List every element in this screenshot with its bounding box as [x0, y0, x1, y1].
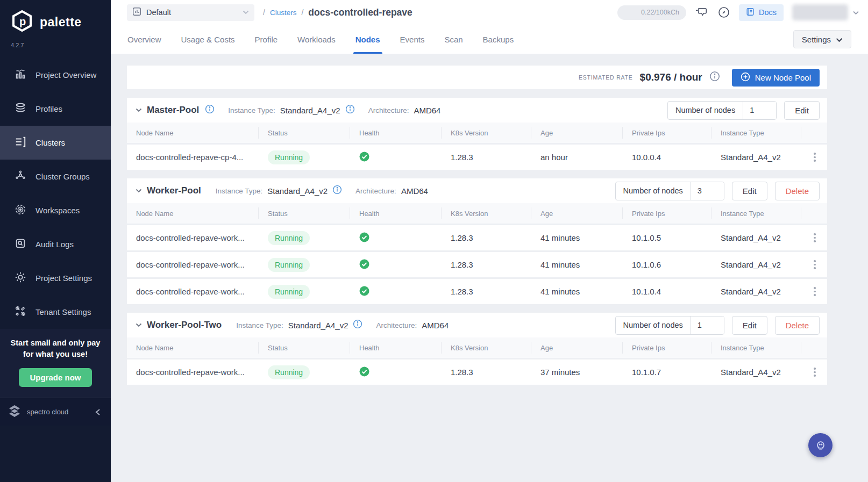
- book-icon: [746, 8, 755, 18]
- pool-name: Master-Pool: [147, 105, 199, 116]
- edit-pool-button[interactable]: Edit: [732, 316, 767, 335]
- breadcrumb-clusters-link[interactable]: Clusters: [270, 9, 297, 17]
- usage-quota-badge: 0.22/100kCh: [617, 5, 686, 20]
- upgrade-now-button[interactable]: Upgrade now: [19, 368, 91, 387]
- info-icon[interactable]: [205, 104, 215, 116]
- info-icon[interactable]: [345, 104, 355, 116]
- private-ip: 10.1.0.4: [623, 287, 712, 296]
- promo-text: Start small and only pay for what you us…: [8, 337, 103, 360]
- gear-icon: [15, 271, 26, 285]
- sidebar-item-project-settings[interactable]: Project Settings: [0, 261, 111, 295]
- tab-workloads[interactable]: Workloads: [297, 25, 336, 54]
- sidebar-item-profiles[interactable]: Profiles: [0, 92, 111, 126]
- private-ip: 10.1.0.5: [623, 233, 712, 242]
- node-name: docs-controlled-repave-cp-4...: [127, 153, 259, 162]
- col-node-name: Node Name: [127, 342, 259, 354]
- architecture-value: AMD64: [414, 106, 440, 115]
- edit-pool-button[interactable]: Edit: [732, 182, 767, 200]
- info-icon[interactable]: [709, 71, 720, 84]
- top-bar: Default / Clusters / docs-controlled-rep…: [111, 0, 868, 25]
- number-of-nodes-input[interactable]: [743, 102, 776, 119]
- instance-type: Standard_A4_v2: [712, 233, 801, 242]
- number-of-nodes-input[interactable]: [691, 316, 724, 334]
- row-actions-kebab-icon[interactable]: [809, 260, 821, 269]
- tab-nodes[interactable]: Nodes: [355, 25, 380, 54]
- plus-circle-icon: [741, 72, 750, 83]
- layers-icon: [15, 102, 26, 116]
- delete-pool-button[interactable]: Delete: [775, 182, 820, 200]
- sidebar-item-cluster-groups[interactable]: Cluster Groups: [0, 160, 111, 193]
- node-table-row: docs-controlled-repave-work... Running 1…: [127, 224, 827, 250]
- node-table-row: docs-controlled-repave-work... Running 1…: [127, 250, 827, 277]
- sidebar-collapse-button[interactable]: [95, 408, 101, 416]
- collapse-caret-icon[interactable]: [136, 108, 142, 112]
- architecture-value: AMD64: [401, 186, 428, 196]
- tab-backups[interactable]: Backups: [483, 25, 514, 54]
- tab-profile[interactable]: Profile: [255, 25, 278, 54]
- cluster-list-icon: [15, 136, 26, 149]
- col-actions: [801, 342, 827, 354]
- tab-usage-costs[interactable]: Usage & Costs: [181, 25, 235, 54]
- network-nodes-icon: [15, 170, 26, 183]
- sidebar-item-label: Tenant Settings: [35, 307, 91, 316]
- private-ip: 10.1.0.7: [623, 368, 712, 377]
- col-health: Health: [350, 207, 442, 219]
- row-actions-kebab-icon[interactable]: [809, 233, 821, 242]
- node-table-header: Node Name Status Health K8s Version Age …: [127, 123, 827, 143]
- delete-pool-button[interactable]: Delete: [775, 316, 820, 335]
- settings-dropdown-button[interactable]: Settings: [793, 30, 851, 48]
- sidebar-item-audit-logs[interactable]: Audit Logs: [0, 227, 111, 261]
- new-node-pool-button[interactable]: New Node Pool: [732, 69, 820, 87]
- feedback-chat-icon[interactable]: [695, 6, 709, 18]
- k8s-version: 1.28.3: [442, 260, 531, 269]
- instance-type: Standard_A4_v2: [712, 153, 801, 162]
- node-age: 41 minutes: [531, 260, 623, 269]
- user-menu[interactable]: [792, 4, 859, 20]
- sidebar-item-tenant-settings[interactable]: Tenant Settings: [0, 295, 111, 329]
- sidebar: p palette 4.2.7 Project Overview Profile…: [0, 0, 111, 482]
- sidebar-item-clusters[interactable]: Clusters: [0, 126, 111, 160]
- k8s-version: 1.28.3: [442, 287, 531, 296]
- sidebar-item-label: Cluster Groups: [35, 172, 90, 181]
- number-of-nodes-label: Number of nodes: [616, 182, 691, 200]
- sidebar-item-project-overview[interactable]: Project Overview: [0, 58, 111, 92]
- sidebar-item-workspaces[interactable]: Workspaces: [0, 193, 111, 227]
- sidebar-item-label: Audit Logs: [35, 240, 74, 249]
- breadcrumb-separator: /: [263, 8, 265, 17]
- number-of-nodes-group: Number of nodes: [615, 182, 724, 200]
- chat-widget-button[interactable]: [808, 433, 833, 457]
- tab-overview[interactable]: Overview: [127, 25, 161, 54]
- row-actions-kebab-icon[interactable]: [809, 368, 821, 377]
- status-badge: Running: [268, 258, 310, 272]
- col-status: Status: [259, 207, 350, 219]
- info-icon[interactable]: [332, 185, 342, 197]
- cluster-tabs: Overview Usage & Costs Profile Workloads…: [111, 25, 868, 54]
- project-scope-icon: [132, 7, 141, 18]
- status-badge: Running: [268, 365, 310, 379]
- status-badge: Running: [268, 231, 310, 245]
- edit-pool-button[interactable]: Edit: [784, 101, 820, 120]
- info-icon[interactable]: [353, 319, 362, 331]
- tab-scan[interactable]: Scan: [444, 25, 463, 54]
- instance-type-label: Instance Type:: [228, 106, 275, 114]
- status-badge: Running: [268, 150, 310, 164]
- row-actions-kebab-icon[interactable]: [809, 153, 821, 162]
- col-k8s-version: K8s Version: [442, 342, 531, 354]
- tab-events[interactable]: Events: [400, 25, 425, 54]
- collapse-caret-icon[interactable]: [136, 189, 142, 193]
- node-age: an hour: [531, 153, 623, 162]
- row-actions-kebab-icon[interactable]: [809, 287, 821, 296]
- sidebar-item-label: Profiles: [35, 104, 62, 113]
- compass-icon[interactable]: [717, 6, 730, 19]
- architecture-label: Architecture:: [355, 187, 396, 195]
- node-table-header: Node Name Status Health K8s Version Age …: [127, 203, 827, 224]
- project-selector[interactable]: Default: [127, 4, 254, 21]
- node-age: 41 minutes: [531, 233, 623, 242]
- estimated-rate-bar: ESTIMATED RATE $0.976 / hour New Node Po…: [127, 66, 827, 89]
- col-health: Health: [350, 342, 442, 354]
- docs-button[interactable]: Docs: [739, 4, 784, 21]
- number-of-nodes-label: Number of nodes: [616, 316, 691, 334]
- collapse-caret-icon[interactable]: [136, 323, 142, 327]
- col-actions: [801, 207, 827, 219]
- number-of-nodes-input[interactable]: [691, 182, 724, 200]
